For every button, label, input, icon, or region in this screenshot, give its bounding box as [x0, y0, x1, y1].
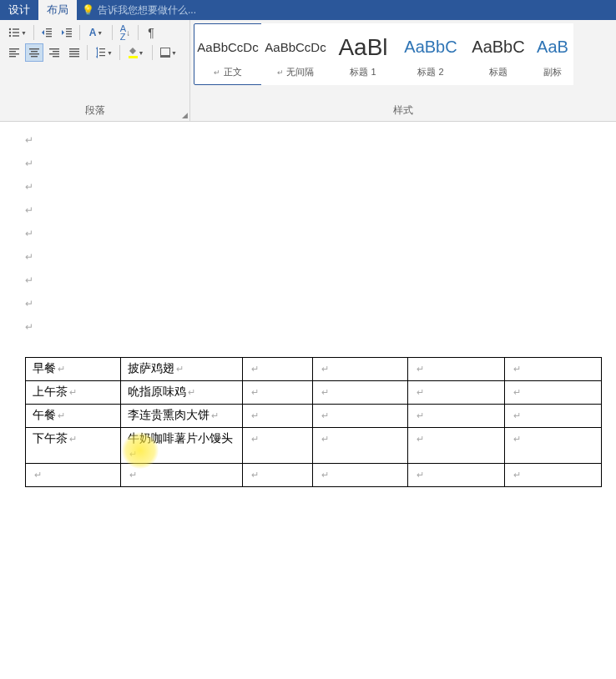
- table-cell[interactable]: ↵: [408, 358, 505, 381]
- svg-rect-22: [49, 48, 59, 49]
- style-preview: AaBbCcDc: [197, 31, 258, 64]
- table-cell[interactable]: ↵: [243, 428, 313, 464]
- meal-table[interactable]: 早餐↵披萨鸡翅↵↵↵↵↵上午茶↵吮指原味鸡↵↵↵↵↵午餐↵李连贵熏肉大饼↵↵↵↵…: [25, 357, 602, 487]
- paragraph-mark-icon: ↵: [417, 387, 424, 397]
- tell-me-search[interactable]: 💡 告诉我您想要做什么...: [82, 3, 196, 18]
- paragraph-mark-icon: ↵: [417, 410, 424, 420]
- decrease-indent-button[interactable]: [38, 23, 56, 42]
- align-justify-button[interactable]: [65, 43, 83, 62]
- svg-rect-16: [9, 53, 19, 54]
- border-swatch-icon: [160, 48, 170, 58]
- line-spacing-button[interactable]: ▼: [91, 43, 116, 62]
- paragraph-mark-icon: ↵: [513, 387, 521, 397]
- svg-rect-21: [31, 56, 38, 57]
- tell-me-placeholder: 告诉我您想要做什么...: [98, 3, 196, 18]
- styles-group-label: 样式: [393, 104, 413, 116]
- table-cell[interactable]: 牛奶咖啡薯片小馒头↵: [121, 428, 243, 464]
- separator: [119, 45, 120, 60]
- separator: [79, 25, 80, 40]
- increase-indent-button[interactable]: [58, 23, 76, 42]
- sort-button[interactable]: AZ↓: [116, 23, 134, 42]
- paragraph-mark-icon: ↵: [321, 410, 329, 420]
- asian-layout-button[interactable]: A▼: [83, 23, 109, 42]
- paragraph-mark-icon: ↵: [513, 410, 521, 420]
- svg-rect-15: [9, 51, 16, 52]
- paragraph-mark-icon: ↵: [251, 387, 259, 397]
- table-cell[interactable]: ↵: [408, 405, 505, 428]
- style-no-spacing[interactable]: AaBbCcDc ↵ 无间隔: [261, 23, 330, 85]
- table-cell[interactable]: ↵: [121, 464, 243, 487]
- svg-rect-13: [66, 36, 72, 37]
- style-name-label: 标题: [489, 67, 507, 77]
- table-cell[interactable]: ↵: [408, 381, 505, 405]
- tab-layout[interactable]: 布局: [38, 0, 77, 20]
- table-cell[interactable]: ↵: [313, 381, 408, 405]
- table-cell[interactable]: ↵: [243, 405, 313, 428]
- paragraph-mark-icon: ↵: [34, 470, 42, 480]
- style-preview: AaBl: [338, 31, 387, 64]
- paragraph-mark-icon: ↵: [417, 434, 424, 444]
- style-normal[interactable]: AaBbCcDc ↵ 正文: [194, 23, 262, 85]
- paragraph-marks: ↵↵↵↵↵ ↵↵↵↵: [25, 128, 33, 339]
- align-center-button[interactable]: [25, 43, 43, 62]
- svg-rect-11: [66, 31, 72, 32]
- table-cell[interactable]: ↵: [505, 405, 602, 428]
- paragraph-mark-icon: ↵: [251, 470, 259, 480]
- document-area[interactable]: ↵↵↵↵↵ ↵↵↵↵ 早餐↵披萨鸡翅↵↵↵↵↵上午茶↵吮指原味鸡↵↵↵↵↵午餐↵…: [0, 122, 616, 679]
- paragraph-dialog-launcher[interactable]: ◢: [182, 111, 188, 119]
- table-cell[interactable]: ↵: [408, 428, 505, 464]
- table-cell[interactable]: ↵: [408, 464, 505, 487]
- cell-text: 李连贵熏肉大饼: [128, 408, 210, 421]
- paragraph-mark-icon: ↵: [188, 387, 195, 397]
- styles-gallery: AaBbCcDc ↵ 正文 AaBbCcDc ↵ 无间隔 AaBl 标题 1 A…: [190, 20, 616, 102]
- table-cell[interactable]: ↵: [313, 358, 408, 381]
- shading-button[interactable]: ▼: [124, 43, 149, 62]
- table-cell[interactable]: ↵: [243, 381, 313, 405]
- paragraph-mark-icon: ↵: [129, 470, 137, 480]
- svg-rect-33: [99, 55, 105, 56]
- paragraph-mark-icon: ↵: [251, 410, 259, 420]
- style-subtitle[interactable]: AaB 副标: [532, 23, 573, 85]
- table-cell[interactable]: 上午茶↵: [26, 381, 121, 405]
- bullets-button[interactable]: ▼: [5, 23, 30, 42]
- table-cell[interactable]: ↵: [26, 464, 121, 487]
- table-cell[interactable]: 披萨鸡翅↵: [121, 358, 243, 381]
- svg-rect-18: [29, 48, 39, 49]
- table-cell[interactable]: 下午茶↵: [26, 428, 121, 464]
- table-row: 午餐↵李连贵熏肉大饼↵↵↵↵↵: [26, 405, 602, 428]
- style-name-label: 标题 2: [417, 67, 443, 77]
- svg-rect-30: [97, 48, 98, 57]
- styles-group: AaBbCcDc ↵ 正文 AaBbCcDc ↵ 无间隔 AaBl 标题 1 A…: [190, 20, 616, 121]
- align-right-button[interactable]: [45, 43, 63, 62]
- chevron-down-icon: ▼: [107, 50, 113, 56]
- table-cell[interactable]: ↵: [313, 428, 408, 464]
- table-cell[interactable]: ↵: [505, 428, 602, 464]
- style-title[interactable]: AaBbC 标题: [464, 23, 533, 85]
- style-heading2[interactable]: AaBbC 标题 2: [396, 23, 465, 85]
- style-heading1[interactable]: AaBl 标题 1: [329, 23, 397, 85]
- paragraph-mark-icon: ↵: [321, 364, 329, 374]
- table-cell[interactable]: 午餐↵: [26, 405, 121, 428]
- table-cell[interactable]: ↵: [505, 358, 602, 381]
- style-name-label: 副标: [543, 67, 562, 77]
- borders-button[interactable]: ▼: [156, 43, 181, 62]
- table-cell[interactable]: ↵: [313, 405, 408, 428]
- cell-text: 午餐: [33, 408, 56, 421]
- table-row: 下午茶↵牛奶咖啡薯片小馒头↵↵↵↵↵: [26, 428, 602, 464]
- table-cell[interactable]: 吮指原味鸡↵: [121, 381, 243, 405]
- table-cell[interactable]: 李连贵熏肉大饼↵: [121, 405, 243, 428]
- table-cell[interactable]: ↵: [505, 381, 602, 405]
- paragraph-mark-icon: ↵: [321, 470, 329, 480]
- table-cell[interactable]: 早餐↵: [26, 358, 121, 381]
- style-preview: AaBbCcDc: [265, 31, 326, 64]
- style-name-label: 标题 1: [350, 67, 376, 77]
- tab-design[interactable]: 设计: [0, 0, 38, 20]
- table-cell[interactable]: ↵: [313, 464, 408, 487]
- show-paragraph-marks-button[interactable]: ¶: [142, 23, 160, 42]
- svg-rect-14: [9, 48, 19, 49]
- table-cell[interactable]: ↵: [243, 358, 313, 381]
- svg-rect-24: [49, 53, 59, 54]
- align-left-button[interactable]: [5, 43, 23, 62]
- table-cell[interactable]: ↵: [505, 464, 602, 487]
- table-cell[interactable]: ↵: [243, 464, 313, 487]
